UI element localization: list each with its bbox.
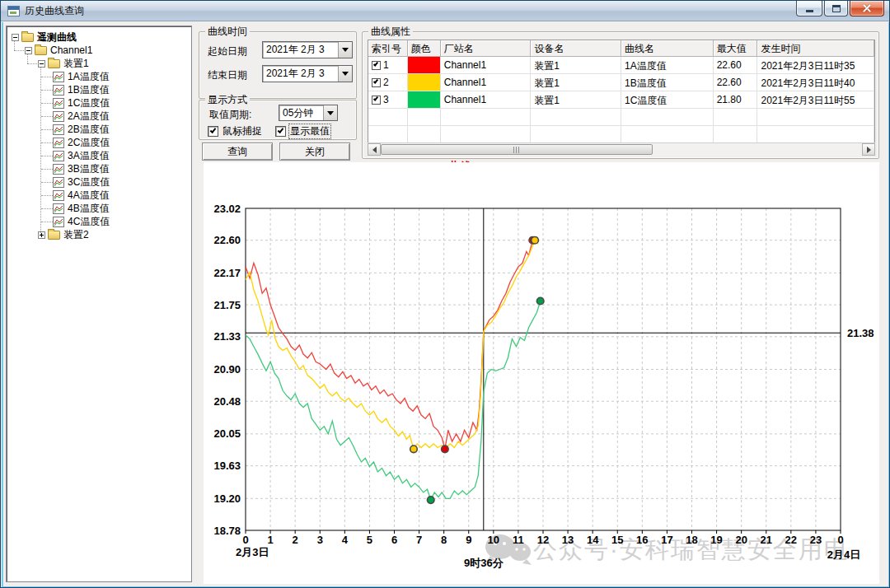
tree-item-2B温度值[interactable]: 2B温度值: [8, 123, 190, 136]
min-marker-曲线2: [410, 446, 418, 453]
tree-item-3A温度值[interactable]: 3A温度值: [8, 149, 190, 162]
table-cell: 2021年2月3日11时55: [757, 91, 874, 109]
close-button[interactable]: [850, 1, 884, 16]
tree-item-label: 4C温度值: [68, 215, 110, 229]
curve-tree-panel[interactable]: 遥测曲线Channel1装置11A温度值1B温度值1C温度值2A温度值2B温度值…: [6, 26, 192, 582]
query-button[interactable]: 查询: [202, 142, 273, 161]
table-cell: [368, 109, 408, 126]
tree-item-装置2[interactable]: 装置2: [8, 228, 190, 241]
tree-item-label: 4A温度值: [68, 189, 110, 203]
curve-icon: [53, 177, 64, 188]
tree-item-3B温度值[interactable]: 3B温度值: [8, 162, 190, 175]
app-window: 历史曲线查询 遥测曲线Channel1装置11A温度值1B温度值1C温度值2A温…: [0, 0, 890, 588]
show-extremes-checkbox[interactable]: 显示最值: [275, 124, 330, 138]
table-cell: 2021年2月3日11时40: [757, 74, 874, 91]
check-icon: [278, 127, 284, 133]
curve-icon: [53, 72, 64, 82]
display-mode-group-title: 显示方式: [205, 94, 250, 105]
svg-text:0: 0: [242, 534, 248, 546]
grip-icon: [513, 147, 521, 153]
tree-item-Channel1[interactable]: Channel1: [8, 44, 190, 57]
table-cell: [368, 126, 408, 143]
column-header-设备名[interactable]: 设备名: [531, 40, 621, 57]
tree-item-4B温度值[interactable]: 4B温度值: [8, 202, 190, 215]
scrollbar-thumb[interactable]: [381, 144, 653, 155]
scroll-right-arrow[interactable]: [862, 143, 875, 156]
tree-item-label: 2C温度值: [68, 136, 110, 150]
app-icon: [7, 6, 20, 16]
tree-item-4C温度值[interactable]: 4C温度值: [8, 215, 190, 228]
folder-icon: [35, 46, 47, 55]
start-date-value: 2021年 2月 3: [263, 43, 338, 57]
tree-connector: [41, 116, 53, 117]
end-date-value: 2021年 2月 3: [263, 67, 338, 81]
curve-properties-table[interactable]: 索引号颜色厂站名设备名曲线名最大值发生时间1Channel1装置11A温度值22…: [368, 40, 875, 144]
column-header-颜色[interactable]: 颜色: [408, 40, 441, 57]
table-cell: [441, 109, 532, 126]
svg-text:21.75: 21.75: [213, 299, 241, 311]
maximize-button[interactable]: [824, 1, 848, 16]
svg-text:17: 17: [661, 534, 672, 546]
column-header-曲线名[interactable]: 曲线名: [621, 40, 714, 57]
row-checkbox[interactable]: [372, 78, 381, 87]
mouse-capture-checkbox[interactable]: 鼠标捕捉: [208, 124, 263, 138]
tree-item-3C温度值[interactable]: 3C温度值: [8, 175, 190, 189]
table-row[interactable]: [368, 109, 874, 126]
tree-item-1C温度值[interactable]: 1C温度值: [8, 96, 190, 110]
end-date-combo[interactable]: 2021年 2月 3: [262, 65, 353, 82]
chart-panel[interactable]: 公众号·安科瑞智慧安全用电23.0222.6022.1721.7521.3320…: [204, 162, 879, 584]
curve-icon: [53, 111, 64, 122]
period-combo[interactable]: 05分钟: [279, 105, 338, 121]
tree-item-4A温度值[interactable]: 4A温度值: [8, 189, 190, 202]
tree-item-1B温度值[interactable]: 1B温度值: [8, 83, 190, 96]
table-row[interactable]: 3Channel1装置11C温度值21.802021年2月3日11时55: [368, 91, 874, 109]
end-date-dropdown-button[interactable]: [338, 66, 352, 82]
close-dialog-button[interactable]: 关闭: [279, 142, 350, 161]
svg-text:19: 19: [710, 534, 722, 546]
start-date-dropdown-button[interactable]: [338, 42, 352, 58]
svg-text:2: 2: [293, 534, 298, 546]
column-header-索引号[interactable]: 索引号: [368, 40, 408, 57]
tree-connector: [41, 208, 53, 209]
table-row[interactable]: [368, 126, 874, 143]
table-horizontal-scrollbar[interactable]: [368, 142, 875, 156]
color-swatch: [408, 57, 440, 73]
svg-text:23.02: 23.02: [213, 203, 241, 215]
end-date-label: 结束日期: [208, 68, 247, 82]
collapse-icon[interactable]: [38, 60, 45, 68]
tree-item-遥测曲线[interactable]: 遥测曲线: [8, 30, 190, 44]
tree-item-label: 3C温度值: [68, 175, 110, 189]
collapse-icon[interactable]: [12, 34, 19, 41]
expand-icon[interactable]: [38, 231, 45, 239]
scrollbar-track[interactable]: [381, 143, 862, 156]
folder-icon: [48, 59, 60, 68]
tree-item-label: 2B温度值: [68, 123, 110, 137]
tree-connector: [41, 90, 53, 91]
row-checkbox[interactable]: [372, 61, 381, 70]
tree-item-2A温度值[interactable]: 2A温度值: [8, 110, 190, 123]
date-left-label: 2月3日: [236, 546, 269, 558]
curve-icon: [53, 217, 64, 227]
collapse-icon[interactable]: [25, 47, 32, 54]
start-date-combo[interactable]: 2021年 2月 3: [262, 41, 353, 58]
period-dropdown-button[interactable]: [323, 105, 337, 120]
tree-connector: [41, 169, 53, 170]
tree-item-1A温度值[interactable]: 1A温度值: [8, 70, 190, 83]
svg-text:20.48: 20.48: [213, 395, 241, 408]
tree-item-2C温度值[interactable]: 2C温度值: [8, 136, 190, 149]
column-header-厂站名[interactable]: 厂站名: [441, 40, 532, 57]
svg-text:18.78: 18.78: [213, 525, 241, 537]
y-axis-labels: 23.0222.6022.1721.7521.3320.9020.4820.05…: [213, 203, 241, 537]
history-curve-chart[interactable]: 公众号·安科瑞智慧安全用电23.0222.6022.1721.7521.3320…: [204, 162, 879, 584]
table-row[interactable]: 2Channel1装置11B温度值22.602021年2月3日11时40: [368, 74, 874, 91]
minimize-button[interactable]: [796, 1, 822, 16]
max-marker-曲线3: [536, 297, 544, 305]
scroll-left-arrow[interactable]: [368, 143, 381, 156]
column-header-最大值[interactable]: 最大值: [714, 40, 758, 57]
max-marker-曲线2: [532, 236, 539, 244]
row-checkbox[interactable]: [372, 96, 381, 105]
column-header-发生时间[interactable]: 发生时间: [757, 40, 874, 57]
svg-text:22.60: 22.60: [213, 234, 241, 246]
svg-text:19.20: 19.20: [213, 492, 241, 505]
table-row[interactable]: 1Channel1装置11A温度值22.602021年2月3日11时35: [368, 57, 874, 74]
